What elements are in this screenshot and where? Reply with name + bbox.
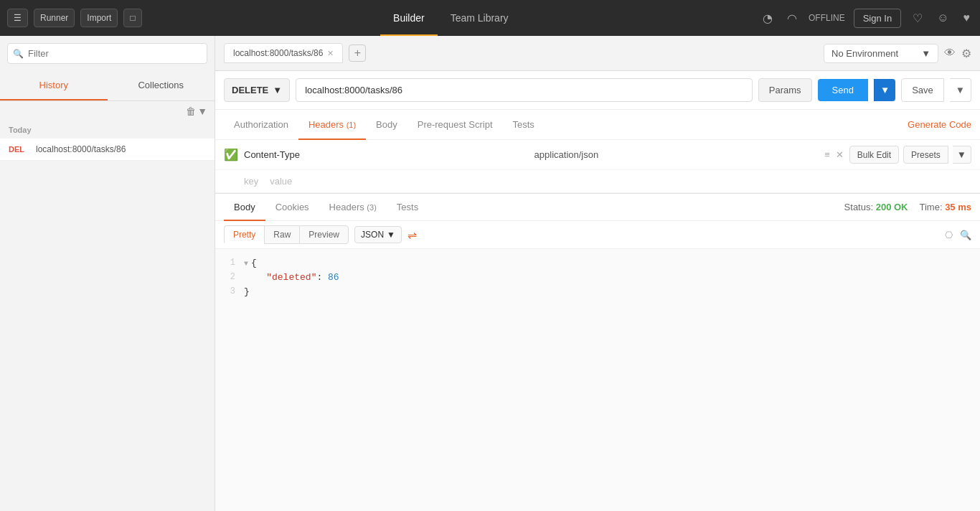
chevron-down-icon: ▼ [880,85,890,95]
tab-body[interactable]: Body [366,111,407,140]
time-label: Time: 35 ms [919,202,971,212]
runner-button[interactable]: Runner [34,9,75,27]
status-value: 200 OK [876,202,908,212]
sidebar-tab-history[interactable]: History [0,71,108,100]
chevron-down-icon: ▼ [387,230,395,240]
top-bar: ☰ Runner Import □ Builder Team Library ◔… [0,0,980,36]
presets-button[interactable]: Presets [903,146,948,164]
tab-authorization[interactable]: Authorization [224,111,298,140]
import-label: Import [87,13,111,23]
line-content: ▼{ [244,258,980,272]
code-line-2: 2 "deleted": 86 [215,272,980,286]
history-item[interactable]: DEL localhost:8000/tasks/86 [0,139,215,161]
today-label: Today [0,121,215,139]
res-tab-tests[interactable]: Tests [387,194,428,221]
line-number: 1 [215,258,244,272]
header-right-buttons: Bulk Edit Presets ▼ [849,146,971,164]
generate-code-link[interactable]: Generate Code [908,119,971,130]
user-icon[interactable]: ☺ [934,9,951,27]
res-tab-headers[interactable]: Headers (3) [319,194,387,221]
filter-input[interactable] [7,43,207,64]
offline-status: OFFLINE [809,13,845,23]
res-tab-cookies[interactable]: Cookies [265,194,319,221]
search-icon: 🔍 [13,49,24,59]
line-content: } [244,286,980,301]
chevron-down-icon: ▼ [957,149,966,160]
bell-icon[interactable]: ♡ [910,9,925,28]
header-row-content-type: ✅ Content-Type application/json ≡ ✕ Bulk… [215,140,980,170]
clear-history-button[interactable]: 🗑 ▼ [186,106,207,117]
request-bar: DELETE ▼ Params Send ▼ Save ▼ [215,71,980,110]
response-body-icons: ⎔ 🔍 [945,230,971,240]
status-label: Status: 200 OK [844,202,908,212]
sidebar-toggle-button[interactable]: ☰ [7,9,28,27]
code-block: 1 ▼{ 2 "deleted": 86 3 } [215,249,980,511]
runner-label: Runner [40,13,68,23]
history-url: localhost:8000/tasks/86 [36,144,126,154]
tab-team-library[interactable]: Team Library [438,1,522,36]
add-tab-button[interactable]: + [349,44,366,62]
tab-headers[interactable]: Headers (1) [298,111,366,140]
send-button[interactable]: Send [818,79,868,101]
copy-icon[interactable]: ⎔ [945,230,953,240]
save-dropdown-button[interactable]: ▼ [950,78,971,102]
top-bar-left: ☰ Runner Import □ [7,9,142,27]
new-tab-button[interactable]: □ [123,9,141,27]
line-number: 3 [215,286,244,301]
close-tab-icon[interactable]: ✕ [327,49,334,58]
wrap-lines-icon[interactable]: ⇌ [407,228,417,242]
trash-icon: 🗑 [186,106,196,117]
send-dropdown-button[interactable]: ▼ [874,79,895,101]
main-layout: 🔍 History Collections 🗑 ▼ Today DEL loca… [0,36,980,511]
presets-dropdown-button[interactable]: ▼ [953,146,971,164]
chevron-down-icon: ▼ [956,85,965,95]
chevron-down-icon: ▼ [197,106,207,117]
env-dropdown[interactable]: No Environment ▼ [824,44,938,63]
eye-icon-button[interactable]: 👁 [944,47,956,60]
environment-selector: No Environment ▼ 👁 ⚙ [824,44,971,63]
sidebar: 🔍 History Collections 🗑 ▼ Today DEL loca… [0,36,215,511]
delete-header-icon[interactable]: ✕ [836,149,844,160]
sync-icon: ◠ [784,9,800,28]
bulk-edit-button[interactable]: Bulk Edit [849,146,899,164]
tab-url-label: localhost:8000/tasks/86 [233,48,323,58]
save-button[interactable]: Save [901,78,944,102]
settings-icon-button[interactable]: ⚙ [961,47,971,60]
url-input[interactable] [296,78,753,102]
response-body-toolbar: Pretty Raw Preview JSON ▼ ⇌ ⎔ 🔍 [215,221,980,249]
header-check-icon[interactable]: ✅ [224,148,238,161]
import-button[interactable]: Import [80,9,118,27]
sidebar-tab-collections[interactable]: Collections [108,71,215,100]
chevron-down-icon: ▼ [273,85,282,95]
header-row-empty: key value [215,170,980,193]
format-tab-raw[interactable]: Raw [264,225,299,244]
search-icon[interactable]: 🔍 [960,230,971,240]
top-bar-right: ◔ ◠ OFFLINE Sign In ♡ ☺ ♥ [760,9,973,28]
sidebar-toggle-icon: ☰ [14,13,22,23]
sign-in-button[interactable]: Sign In [854,9,901,28]
response-tabs-bar: Body Cookies Headers (3) Tests Status: 2… [215,194,980,221]
code-line-3: 3 } [215,286,980,301]
header-val-placeholder[interactable]: value [270,176,971,187]
method-selector[interactable]: DELETE ▼ [224,78,290,102]
time-value: 35 ms [945,202,971,212]
res-tab-body[interactable]: Body [224,194,265,221]
tab-builder[interactable]: Builder [380,1,438,36]
sidebar-toolbar: 🗑 ▼ [0,101,215,121]
sidebar-search-area: 🔍 [0,36,215,71]
tab-tests[interactable]: Tests [503,111,545,140]
active-tab[interactable]: localhost:8000/tasks/86 ✕ [224,43,343,63]
sidebar-tabs: History Collections [0,71,215,101]
header-key-placeholder[interactable]: key [244,176,258,187]
format-tab-preview[interactable]: Preview [299,225,349,244]
chevron-down-icon: ▼ [921,48,930,59]
format-tab-pretty[interactable]: Pretty [224,225,264,244]
tab-pre-request[interactable]: Pre-request Script [407,111,503,140]
request-tabs: Authorization Headers (1) Body Pre-reque… [215,110,980,140]
response-format-tabs: Pretty Raw Preview [224,225,349,244]
top-bar-nav: Builder Team Library [148,1,754,35]
params-button[interactable]: Params [758,78,812,102]
method-label: DELETE [232,85,268,95]
format-selector[interactable]: JSON ▼ [354,226,402,243]
menu-icon[interactable]: ≡ [824,149,830,160]
